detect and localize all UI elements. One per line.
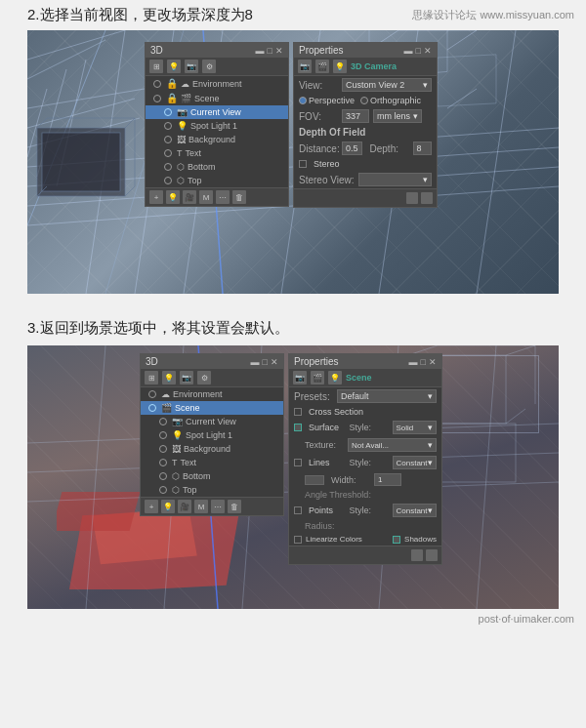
camera-icon-tb[interactable]: 📷 xyxy=(185,60,198,73)
points-style-dropdown[interactable]: Constant ▾ xyxy=(393,504,438,517)
perspective-radio[interactable] xyxy=(299,97,307,104)
line-color-swatch[interactable] xyxy=(305,475,324,485)
maximize-icon-2[interactable]: □ xyxy=(263,357,268,367)
scene-view-2: 3D ▬ □ ✕ ⊞ 💡 📷 ⚙ ☁ Environment 🎬 xyxy=(27,345,559,609)
props2-tb-icon-3[interactable]: 💡 xyxy=(328,371,342,384)
cross-section-checkbox[interactable] xyxy=(294,408,302,416)
footer-icon-2-5[interactable]: ⋯ xyxy=(211,500,225,513)
maximize-icon[interactable]: □ xyxy=(268,46,272,56)
eye-icon-2-bg[interactable] xyxy=(159,445,167,453)
footer-icon-2-2[interactable]: 💡 xyxy=(161,500,175,513)
props-close-icon[interactable]: ✕ xyxy=(424,46,432,56)
footer-icon-4[interactable]: M xyxy=(199,190,213,204)
close-icon[interactable]: ✕ xyxy=(275,46,283,56)
eye-icon-2-env[interactable] xyxy=(148,390,156,398)
stereo-view-label: Stereo View: xyxy=(299,175,355,185)
footer-icon-2-3[interactable]: 🎥 xyxy=(178,500,191,513)
lines-width-input[interactable]: 1 xyxy=(374,473,401,486)
svg-rect-28 xyxy=(42,133,120,191)
points-radius-label: Radius: xyxy=(305,521,335,531)
surface-style-value: Solid xyxy=(397,424,414,432)
props2-tb-icon-1[interactable]: 📷 xyxy=(293,371,307,384)
camera-icon-tb-2[interactable]: 📷 xyxy=(180,371,193,384)
scene-icon-2[interactable]: ⊞ xyxy=(145,371,158,384)
stereo-checkbox[interactable] xyxy=(299,160,307,168)
fov-unit-dropdown[interactable]: mm lens ▾ xyxy=(373,109,422,123)
props2-minimize-icon[interactable]: ▬ xyxy=(409,357,418,367)
settings-icon-tb[interactable]: ⚙ xyxy=(202,60,216,73)
props2-footer-icon-2[interactable] xyxy=(426,549,438,561)
current-view-label-2: Current View xyxy=(186,417,236,426)
tree-item-currentview[interactable]: 📷 Current View xyxy=(146,105,288,119)
points-checkbox[interactable] xyxy=(294,506,302,514)
svg-line-23 xyxy=(27,30,125,60)
tree-item-2-scene[interactable]: 🎬 Scene xyxy=(141,401,283,415)
footer-icon-3[interactable]: 🎥 xyxy=(183,190,196,204)
props2-tb-icon-2[interactable]: 🎬 xyxy=(311,371,324,384)
linearize-checkbox[interactable] xyxy=(294,536,302,544)
props-footer-icon-2[interactable] xyxy=(421,192,433,204)
eye-icon-bg[interactable] xyxy=(164,136,172,143)
perspective-opt[interactable]: Perspective xyxy=(299,96,355,105)
footer-icon-2-4[interactable]: M xyxy=(194,500,208,513)
eye-icon-scene[interactable] xyxy=(153,95,161,102)
panel-props-toolbar: 📷 🎬 💡 3D Camera xyxy=(294,58,437,76)
props-minimize-icon[interactable]: ▬ xyxy=(404,46,413,56)
footer-icon-2[interactable]: 💡 xyxy=(166,190,180,204)
ortho-opt[interactable]: Orthographic xyxy=(360,96,421,105)
ortho-radio[interactable] xyxy=(360,97,368,104)
footer-icon-1[interactable]: + xyxy=(149,190,163,204)
eye-icon-2-tx[interactable] xyxy=(159,459,167,466)
close-icon-2[interactable]: ✕ xyxy=(271,357,278,367)
props-footer-icon-1[interactable] xyxy=(406,192,418,204)
surface-checkbox[interactable] xyxy=(294,424,302,431)
scene-icon[interactable]: ⊞ xyxy=(149,60,163,73)
shadows-checkbox[interactable] xyxy=(393,536,400,544)
panel-props-title-bar: Properties ▬ □ ✕ xyxy=(294,43,437,58)
footer-trash-2[interactable]: 🗑 xyxy=(228,500,241,513)
props2-footer-icon-1[interactable] xyxy=(411,549,423,561)
presets-dropdown[interactable]: Default ▾ xyxy=(337,389,437,403)
eye-icon-2-sl1[interactable] xyxy=(159,431,167,439)
props-tb-icon-2[interactable]: 🎬 xyxy=(315,60,329,73)
view-dropdown[interactable]: Custom View 2 ▾ xyxy=(342,78,432,92)
lines-checkbox[interactable] xyxy=(294,459,302,466)
light-icon-2[interactable]: 💡 xyxy=(162,371,176,384)
props2-maximize-icon[interactable]: □ xyxy=(421,357,426,367)
eye-icon-2-scene[interactable] xyxy=(148,404,156,412)
props2-close-icon[interactable]: ✕ xyxy=(429,357,437,367)
view-row: View: Custom View 2 ▾ xyxy=(294,76,437,94)
minimize-icon-2[interactable]: ▬ xyxy=(251,357,260,367)
top-label-2: Top xyxy=(183,485,197,495)
stereo-view-dropdown[interactable]: ▾ xyxy=(358,173,432,186)
fov-unit-chevron: ▾ xyxy=(413,111,418,121)
surface-style-chevron: ▾ xyxy=(428,423,433,432)
eye-icon-cv[interactable] xyxy=(164,108,172,116)
eye-icon-tp[interactable] xyxy=(164,177,172,184)
lines-style-dropdown[interactable]: Constant ▾ xyxy=(393,456,438,469)
light-icon[interactable]: 💡 xyxy=(167,60,181,73)
depth-input[interactable]: 8 xyxy=(413,142,432,155)
fov-row: FOV: 337 mm lens ▾ xyxy=(294,107,437,125)
props-maximize-icon[interactable]: □ xyxy=(416,46,421,56)
eye-icon-2-bt[interactable] xyxy=(159,472,167,480)
props-tb-icon-1[interactable]: 📷 xyxy=(298,60,312,73)
props-tb-icon-3[interactable]: 💡 xyxy=(333,60,347,73)
settings-icon-tb-2[interactable]: ⚙ xyxy=(197,371,211,384)
eye-icon-env[interactable] xyxy=(153,80,161,88)
panel-3d-2-footer: + 💡 🎥 M ⋯ 🗑 xyxy=(141,497,283,515)
distance-input[interactable]: 0.5 xyxy=(342,142,362,155)
footer-icon-5[interactable]: ⋯ xyxy=(216,190,230,204)
footer-icon-2-1[interactable]: + xyxy=(145,500,158,513)
eye-icon-tx[interactable] xyxy=(164,149,172,157)
eye-icon-bt[interactable] xyxy=(164,163,172,171)
eye-icon-2-tp[interactable] xyxy=(159,486,167,494)
eye-icon-sl1[interactable] xyxy=(164,122,172,130)
perspective-label: Perspective xyxy=(309,96,355,105)
fov-input[interactable]: 337 xyxy=(342,109,369,123)
eye-icon-2-cv[interactable] xyxy=(159,418,167,425)
texture-dropdown[interactable]: Not Avail... ▾ xyxy=(348,438,437,452)
minimize-icon[interactable]: ▬ xyxy=(256,46,265,56)
footer-trash[interactable]: 🗑 xyxy=(232,190,246,204)
surface-style-dropdown[interactable]: Solid ▾ xyxy=(393,421,438,434)
